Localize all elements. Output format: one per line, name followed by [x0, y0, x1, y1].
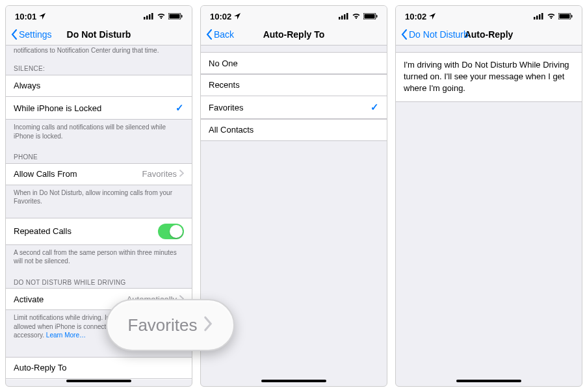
back-button[interactable]: Do Not Disturb [401, 29, 469, 40]
back-button[interactable]: Back [206, 29, 234, 40]
home-indicator[interactable] [66, 380, 131, 382]
svg-rect-20 [571, 15, 573, 18]
home-indicator[interactable] [261, 380, 326, 382]
option-row[interactable]: No One [201, 52, 387, 74]
signal-icon [144, 13, 154, 20]
svg-rect-12 [365, 14, 375, 19]
nav-bar: Do Not Disturb Auto-Reply [396, 24, 582, 46]
location-icon [234, 12, 240, 21]
status-time: 10:02 [405, 12, 426, 21]
svg-rect-19 [560, 14, 570, 19]
location-icon [429, 12, 436, 21]
option-label: No One [209, 59, 238, 68]
svg-rect-14 [534, 17, 536, 20]
option-row[interactable]: Favorites✓ [201, 96, 387, 119]
content-scroll[interactable]: I'm driving with Do Not Disturb While Dr… [396, 46, 582, 380]
row-value: Favorites [142, 169, 177, 179]
section-footer: A second call from the same person withi… [6, 245, 192, 271]
row-allow-calls[interactable]: Allow Calls From Favorites [6, 163, 192, 185]
svg-rect-0 [144, 17, 146, 20]
section-header-driving: DO NOT DISTURB WHILE DRIVING [6, 271, 192, 289]
svg-rect-13 [376, 15, 378, 18]
section-header-silence: SILENCE: [6, 57, 192, 75]
svg-rect-3 [151, 13, 153, 20]
section-footer: When in Do Not Disturb, allow incoming c… [6, 185, 192, 211]
location-icon [39, 12, 46, 21]
wifi-icon [157, 13, 166, 20]
row-repeated-calls[interactable]: Repeated Calls [6, 218, 192, 245]
battery-icon [558, 13, 573, 20]
row-silence-locked[interactable]: While iPhone is Locked ✓ [6, 96, 192, 120]
svg-rect-2 [149, 14, 151, 20]
battery-icon [168, 13, 183, 20]
signal-icon [339, 13, 349, 20]
magnify-callout: Favorites [106, 299, 235, 351]
switch-repeated-calls[interactable] [158, 224, 184, 239]
check-icon: ✓ [176, 102, 184, 114]
svg-rect-16 [539, 14, 541, 20]
option-label: All Contacts [209, 125, 254, 135]
nav-bar: Settings Do Not Disturb [6, 24, 192, 46]
chevron-right-icon [179, 169, 184, 179]
option-label: Favorites [209, 103, 243, 112]
home-indicator[interactable] [456, 380, 521, 382]
section-header-phone: PHONE [6, 146, 192, 163]
option-row[interactable]: Recents [201, 74, 387, 96]
learn-more-link[interactable]: Learn More… [46, 332, 86, 339]
row-label: Auto-Reply To [14, 363, 66, 372]
phone-auto-reply: 10:02 Do Not Disturb Auto-Reply I'm driv… [395, 5, 582, 387]
back-label: Do Not Disturb [409, 29, 469, 40]
svg-rect-9 [344, 14, 346, 20]
chevron-right-icon [203, 314, 213, 336]
svg-rect-5 [170, 14, 180, 19]
back-label: Settings [19, 29, 52, 40]
row-label: Always [14, 81, 40, 90]
svg-rect-15 [536, 16, 538, 20]
option-label: Recents [209, 80, 240, 90]
truncated-footer: notifications to Notification Center dur… [6, 46, 192, 57]
back-button[interactable]: Settings [11, 29, 52, 40]
battery-icon [363, 13, 378, 20]
row-label: Repeated Calls [14, 226, 72, 236]
svg-rect-8 [341, 16, 343, 20]
row-auto-reply-to[interactable]: Auto-Reply To [6, 357, 192, 379]
row-label: Activate [14, 294, 44, 304]
svg-rect-1 [146, 16, 148, 20]
wifi-icon [547, 13, 556, 20]
option-row[interactable]: All Contacts [201, 119, 387, 141]
status-bar: 10:02 [396, 6, 582, 24]
auto-reply-message-input[interactable]: I'm driving with Do Not Disturb While Dr… [396, 52, 582, 102]
status-time: 10:02 [210, 12, 231, 21]
section-footer: Incoming calls and notifications will be… [6, 120, 192, 146]
nav-bar: Back Auto-Reply To [201, 24, 387, 46]
status-bar: 10:02 [201, 6, 387, 24]
row-label: While iPhone is Locked [14, 103, 101, 113]
svg-rect-10 [346, 13, 348, 20]
status-bar: 10:01 [6, 6, 192, 24]
row-label: Allow Calls From [14, 169, 77, 179]
wifi-icon [352, 13, 361, 20]
check-icon: ✓ [370, 101, 379, 113]
magnify-text: Favorites [128, 315, 198, 335]
signal-icon [534, 13, 544, 20]
svg-rect-6 [181, 15, 183, 18]
svg-rect-17 [541, 13, 543, 20]
back-label: Back [214, 29, 234, 40]
svg-rect-7 [339, 17, 341, 20]
row-silence-always[interactable]: Always [6, 75, 192, 97]
status-time: 10:01 [15, 12, 36, 21]
